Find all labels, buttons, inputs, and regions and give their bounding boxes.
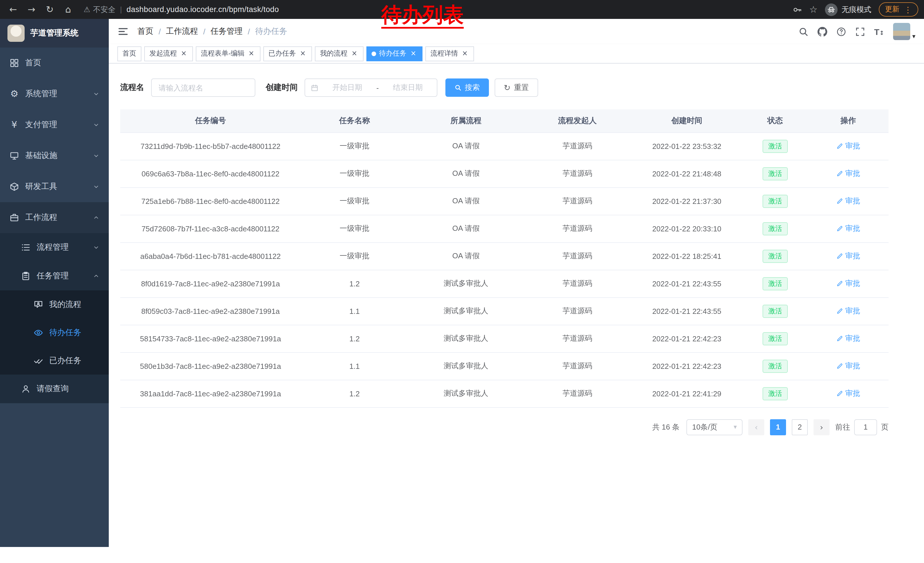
approve-link[interactable]: 审批 [836, 224, 860, 234]
sidebar-item[interactable]: 研发工具 [0, 171, 109, 202]
sidebar-item[interactable]: 我的流程 [0, 290, 109, 318]
content: 流程名 创建时间 开始日期 - 结束日期 [109, 63, 924, 547]
sidebar-item[interactable]: 基础设施 [0, 140, 109, 171]
help-icon[interactable] [836, 27, 846, 36]
security-chip[interactable]: ⚠ 不安全 [84, 4, 116, 15]
home-icon[interactable]: ⌂ [61, 2, 76, 17]
page-size-select[interactable]: 10条/页 ▾ [686, 419, 742, 435]
cell-process: 测试多审批人 [408, 380, 524, 407]
cell-task-name: 一级审批 [301, 215, 408, 242]
search-button[interactable]: 搜索 [446, 78, 489, 97]
close-icon[interactable]: × [180, 50, 188, 57]
sidebar-item[interactable]: 请假查询 [0, 375, 109, 403]
cell-task-name: 1.2 [301, 380, 408, 407]
reload-icon[interactable]: ↻ [42, 2, 57, 17]
sidebar: 芋道管理系统 首页 ⚙ 系统管理 ¥ 支付管理 基础设施 研发工具 工作流程 流… [0, 19, 109, 547]
sidebar-item[interactable]: ⚙ 系统管理 [0, 78, 109, 110]
approve-link[interactable]: 审批 [836, 306, 860, 316]
sidebar-item[interactable]: 工作流程 [0, 202, 109, 233]
approve-link[interactable]: 审批 [836, 196, 860, 206]
cell-status: 激活 [742, 215, 808, 242]
star-icon[interactable]: ☆ [809, 5, 818, 14]
breadcrumb-item[interactable]: 首页 [137, 26, 153, 37]
app-shell: 芋道管理系统 首页 ⚙ 系统管理 ¥ 支付管理 基础设施 研发工具 工作流程 流… [0, 19, 924, 547]
tab[interactable]: 我的流程 × [315, 46, 363, 61]
cell-task-id: 75d72608-7b7f-11ec-a3c8-acde48001122 [120, 215, 301, 242]
goto-suffix: 页 [881, 422, 888, 432]
sidebar-item[interactable]: 流程管理 [0, 233, 109, 262]
close-icon[interactable]: × [299, 50, 307, 57]
approve-link[interactable]: 审批 [836, 333, 860, 344]
yen-icon: ¥ [9, 120, 20, 129]
name-filter-input[interactable] [151, 78, 255, 97]
prev-page-button[interactable]: ‹ [748, 419, 764, 435]
user-menu[interactable]: ▾ [893, 23, 915, 40]
breadcrumb-separator: / [248, 27, 250, 36]
approve-link[interactable]: 审批 [836, 361, 860, 371]
forward-icon[interactable]: → [24, 2, 39, 17]
cell-created: 2022-01-22 18:25:41 [631, 242, 742, 270]
chevron-down-icon [93, 183, 100, 190]
fullscreen-icon[interactable] [855, 27, 865, 36]
date-range-picker[interactable]: 开始日期 - 结束日期 [304, 78, 437, 97]
cell-initiator: 芋道源码 [524, 242, 631, 270]
close-icon[interactable]: × [350, 50, 358, 57]
tab[interactable]: 首页 [117, 46, 141, 61]
double-check-icon [33, 356, 44, 365]
cell-task-name: 一级审批 [301, 187, 408, 215]
page-number[interactable]: 1 [770, 419, 786, 435]
close-icon[interactable]: × [248, 50, 255, 57]
sidebar-collapse-icon[interactable] [117, 26, 129, 37]
breadcrumb-item[interactable]: 工作流程 [166, 26, 198, 37]
reset-button[interactable]: ↻ 重置 [495, 78, 538, 97]
cell-task-id: 8f0d1619-7ac8-11ec-a9e2-a2380e71991a [120, 270, 301, 297]
table-row: 75d72608-7b7f-11ec-a3c8-acde48001122 一级审… [120, 215, 888, 242]
sidebar-item[interactable]: ¥ 支付管理 [0, 110, 109, 140]
cell-status: 激活 [742, 380, 808, 407]
approve-link[interactable]: 审批 [836, 388, 860, 399]
address-bar[interactable]: ⚠ 不安全 | dashboard.yudao.iocoder.cn/bpm/t… [84, 4, 279, 15]
sidebar-item[interactable]: 已办任务 [0, 347, 109, 375]
key-icon[interactable] [793, 5, 802, 14]
next-page-button[interactable]: › [813, 419, 830, 435]
cell-task-name: 一级审批 [301, 242, 408, 270]
search-icon[interactable] [799, 27, 808, 36]
sidebar-item[interactable]: 任务管理 [0, 262, 109, 290]
clipboard-icon [21, 272, 31, 281]
cell-action: 审批 [808, 297, 888, 325]
browser-menu-icon[interactable]: ⋮ [904, 6, 912, 14]
goto-page-input[interactable] [854, 419, 877, 435]
incognito-indicator: 无痕模式 [825, 3, 872, 16]
tab[interactable]: 已办任务 × [263, 46, 312, 61]
page-number[interactable]: 2 [792, 419, 808, 435]
cell-task-id: 725a1eb6-7b88-11ec-8ef0-acde48001122 [120, 187, 301, 215]
tab[interactable]: 流程表单-编辑 × [196, 46, 261, 61]
back-icon[interactable]: ← [6, 2, 21, 17]
logo-row[interactable]: 芋道管理系统 [0, 19, 109, 48]
breadcrumb-item[interactable]: 任务管理 [211, 26, 243, 37]
approve-link[interactable]: 审批 [836, 168, 860, 179]
chevron-up-icon [93, 214, 100, 221]
approve-link[interactable]: 审批 [836, 251, 860, 261]
cell-action: 审批 [808, 132, 888, 160]
update-button[interactable]: 更新 ⋮ [879, 2, 918, 17]
edit-icon [836, 335, 843, 342]
approve-link[interactable]: 审批 [836, 141, 860, 151]
close-icon[interactable]: × [410, 50, 417, 57]
sidebar-item[interactable]: 首页 [0, 48, 109, 78]
cell-task-id: a6aba0a4-7b6d-11ec-b781-acde48001122 [120, 242, 301, 270]
sidebar-item[interactable]: 待办任务 [0, 318, 109, 347]
cell-action: 审批 [808, 187, 888, 215]
cell-created: 2022-01-22 20:33:10 [631, 215, 742, 242]
tab[interactable]: 待办任务 × [366, 46, 423, 61]
font-size-icon[interactable]: T↕ [874, 27, 884, 36]
cell-status: 激活 [742, 297, 808, 325]
chevron-up-icon [93, 273, 100, 279]
approve-link[interactable]: 审批 [836, 278, 860, 289]
tab[interactable]: 发起流程 × [144, 46, 193, 61]
close-icon[interactable]: × [461, 50, 469, 57]
tab[interactable]: 流程详情 × [425, 46, 474, 61]
cell-initiator: 芋道源码 [524, 270, 631, 297]
table-row: 58154733-7ac8-11ec-a9e2-a2380e71991a 1.2… [120, 325, 888, 352]
github-icon[interactable] [818, 27, 827, 36]
